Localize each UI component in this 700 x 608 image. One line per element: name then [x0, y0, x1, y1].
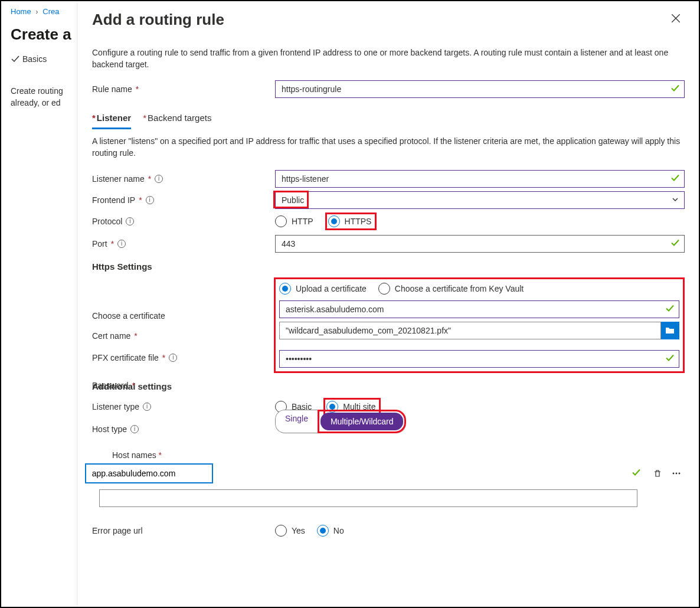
https-settings-heading: Https Settings [92, 261, 685, 272]
svg-point-1 [676, 473, 678, 475]
delete-host-button[interactable] [649, 465, 666, 482]
error-page-no-radio[interactable]: No [317, 525, 344, 537]
rule-name-input[interactable] [275, 80, 685, 98]
cert-upload-label: Upload a certificate [296, 284, 367, 293]
info-icon[interactable]: i [169, 354, 177, 362]
listener-type-label: Listener type [92, 402, 139, 411]
cert-upload-radio[interactable]: Upload a certificate [279, 283, 367, 295]
frontend-ip-label: Frontend IP [92, 195, 135, 205]
listener-desc: A listener "listens" on a specified port… [92, 135, 685, 159]
cert-keyvault-radio[interactable]: Choose a certificate from Key Vault [378, 283, 524, 295]
listener-name-label: Listener name [92, 174, 145, 184]
close-button[interactable] [667, 9, 685, 29]
host-type-multiple-pill[interactable]: Multiple/Wildcard [320, 413, 403, 430]
password-input[interactable] [279, 350, 679, 368]
step-basics[interactable]: Basics [11, 54, 78, 64]
info-icon[interactable]: i [143, 403, 151, 411]
cert-keyvault-label: Choose a certificate from Key Vault [395, 284, 524, 293]
tab-listener-label: Listener [97, 113, 131, 123]
host-name-input-1[interactable] [85, 463, 213, 483]
info-icon[interactable]: i [126, 217, 134, 225]
protocol-https-radio[interactable]: HTTPS [328, 215, 372, 227]
protocol-label: Protocol [92, 217, 122, 226]
pfx-file-label: PFX certificate file [92, 353, 159, 362]
error-page-url-label: Error page url [92, 526, 143, 535]
breadcrumb-create[interactable]: Crea [42, 7, 59, 16]
info-icon[interactable]: i [130, 425, 139, 433]
folder-icon [665, 326, 675, 335]
listener-name-input[interactable] [275, 170, 685, 188]
more-host-button[interactable] [668, 465, 685, 482]
required-star: * [136, 84, 139, 94]
routing-rule-panel: Add a routing rule Configure a routing r… [78, 1, 699, 607]
close-icon [670, 13, 681, 24]
checkmark-icon [632, 468, 641, 479]
svg-point-2 [679, 473, 681, 475]
page-title: Create a [11, 25, 78, 44]
port-label: Port [92, 239, 107, 249]
breadcrumb[interactable]: Home › Crea [11, 7, 78, 16]
breadcrumb-sep: › [35, 7, 38, 16]
panel-intro: Configure a routing rule to send traffic… [92, 47, 685, 70]
step-basics-label: Basics [22, 54, 47, 64]
check-icon [11, 54, 20, 64]
info-icon[interactable]: i [146, 196, 154, 204]
error-page-yes-radio[interactable]: Yes [275, 525, 305, 537]
error-page-yes-label: Yes [292, 526, 305, 535]
browse-file-button[interactable] [661, 322, 679, 339]
host-name-input-2[interactable] [99, 489, 637, 507]
bg-desc-2: already, or ed [11, 97, 78, 109]
breadcrumb-home[interactable]: Home [11, 7, 31, 16]
cert-name-label: Cert name [92, 331, 130, 341]
protocol-http-radio[interactable]: HTTP [275, 215, 313, 227]
info-icon[interactable]: i [155, 175, 163, 183]
tab-backend-targets[interactable]: *Backend targets [143, 109, 211, 129]
more-icon [672, 469, 681, 478]
svg-point-0 [673, 473, 675, 475]
cert-name-input[interactable] [279, 300, 679, 318]
host-names-label: Host names [112, 450, 156, 460]
frontend-ip-select[interactable]: Public [275, 191, 685, 209]
tab-backend-label: Backend targets [148, 113, 211, 123]
tab-listener[interactable]: *Listener [92, 109, 131, 129]
choose-cert-label: Choose a certificate [92, 311, 165, 321]
info-icon[interactable]: i [117, 240, 126, 248]
trash-icon [653, 469, 662, 478]
protocol-https-label: HTTPS [345, 217, 372, 226]
pfx-file-display [279, 322, 661, 339]
port-input[interactable] [275, 235, 685, 253]
error-page-no-label: No [333, 526, 344, 535]
bg-desc-1: Create routing [11, 85, 78, 97]
password-label: Password [92, 381, 128, 390]
protocol-http-label: HTTP [292, 217, 313, 226]
host-type-single-pill[interactable]: Single [275, 410, 318, 433]
rule-name-label: Rule name [92, 84, 132, 94]
host-type-label: Host type [92, 424, 127, 434]
panel-title: Add a routing rule [92, 11, 667, 29]
